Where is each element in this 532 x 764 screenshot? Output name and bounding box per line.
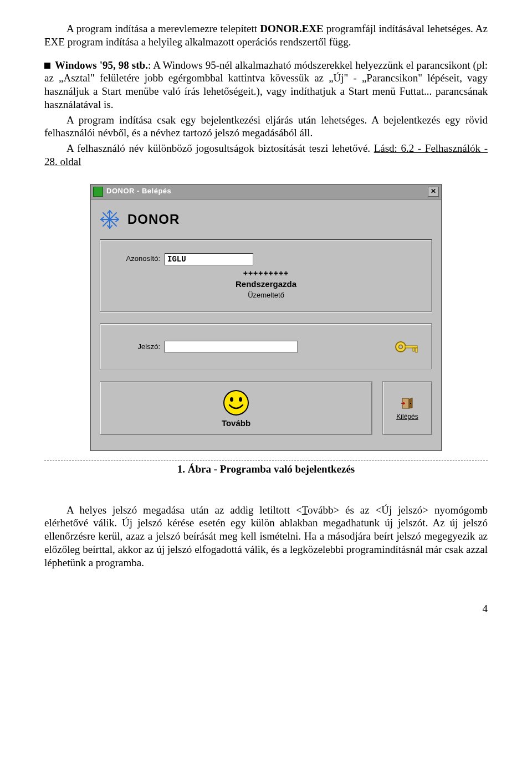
bullet-windows: Windows '95, 98 stb.: A Windows 95-nél a… (44, 59, 488, 111)
bullet-title: Windows '95, 98 stb. (55, 59, 148, 71)
exit-door-icon (401, 397, 413, 409)
snowflake-icon (100, 209, 120, 229)
donor-exe-name: DONOR.EXE (260, 23, 324, 34)
titlebar: DONOR - Belépés ✕ (90, 184, 442, 199)
paragraph-after-figure: A helyes jelszó megadása után az addig l… (44, 504, 488, 570)
svg-rect-16 (416, 348, 417, 352)
app-title: DONOR (127, 211, 180, 228)
bullet-square-icon (44, 63, 50, 69)
titlebar-left: DONOR - Belépés (93, 187, 171, 197)
svg-point-19 (239, 397, 242, 402)
window-system-icon (93, 187, 103, 197)
kilepes-button[interactable]: Kilépés (382, 381, 432, 435)
text: A program indítása a merevlemezre telepí… (66, 23, 260, 34)
figure-caption: 1. Ábra - Programba való bejelentkezés (44, 463, 488, 476)
azonosito-label: Azonosító: (110, 254, 160, 263)
kilepes-rest: ilépés (401, 413, 418, 421)
page-number: 4 (44, 602, 488, 616)
tovabb-label: Tovább (222, 418, 250, 429)
jelszo-label: Jelszó: (110, 342, 160, 351)
role-main: Rendszergazda (110, 279, 422, 290)
svg-rect-22 (410, 403, 411, 404)
jelszo-hotkey-underline: j (398, 504, 401, 516)
svg-point-17 (224, 391, 248, 415)
login-dialog: DONOR - Belépés ✕ (90, 184, 442, 451)
svg-rect-15 (413, 348, 415, 351)
tovabb-button[interactable]: Tovább (100, 381, 372, 435)
button-row: Tovább Kilépés (100, 381, 432, 435)
azonosito-row: Azonosító: (110, 253, 422, 265)
paragraph-login-needed: A program indítása csak egy bejelentkezé… (44, 114, 488, 140)
tovabb-hotkey-underline: T (302, 504, 308, 516)
close-button[interactable]: ✕ (428, 187, 439, 197)
window-title: DONOR - Belépés (106, 187, 171, 196)
key-icon (394, 338, 420, 356)
azonosito-input[interactable] (165, 253, 253, 265)
jelszo-input[interactable] (165, 341, 298, 353)
group-azonosito: Azonosító: +++++++++ Rendszergazda Üzeme… (100, 239, 432, 313)
role-sub: Üzemeltető (110, 291, 422, 300)
text: A felhasználó név különböző jogosultságo… (66, 142, 374, 154)
svg-point-13 (399, 345, 403, 349)
dashed-separator (44, 460, 488, 460)
kilepes-label: Kilépés (396, 413, 418, 421)
smiley-icon (223, 389, 249, 416)
svg-point-18 (230, 397, 233, 402)
dialog-body: DONOR Azonosító: +++++++++ Rendszergazda… (90, 199, 442, 451)
group-jelszo: Jelszó: (100, 324, 432, 370)
intro-paragraph-1: A program indítása a merevlemezre telepí… (44, 22, 488, 49)
paragraph-privileges: A felhasználó név különböző jogosultságo… (44, 142, 488, 168)
dialog-header: DONOR (100, 209, 432, 229)
stars-decoration: +++++++++ (110, 269, 422, 279)
svg-rect-14 (405, 346, 417, 348)
close-icon: ✕ (431, 187, 436, 196)
jelszo-row: Jelszó: (110, 341, 422, 353)
